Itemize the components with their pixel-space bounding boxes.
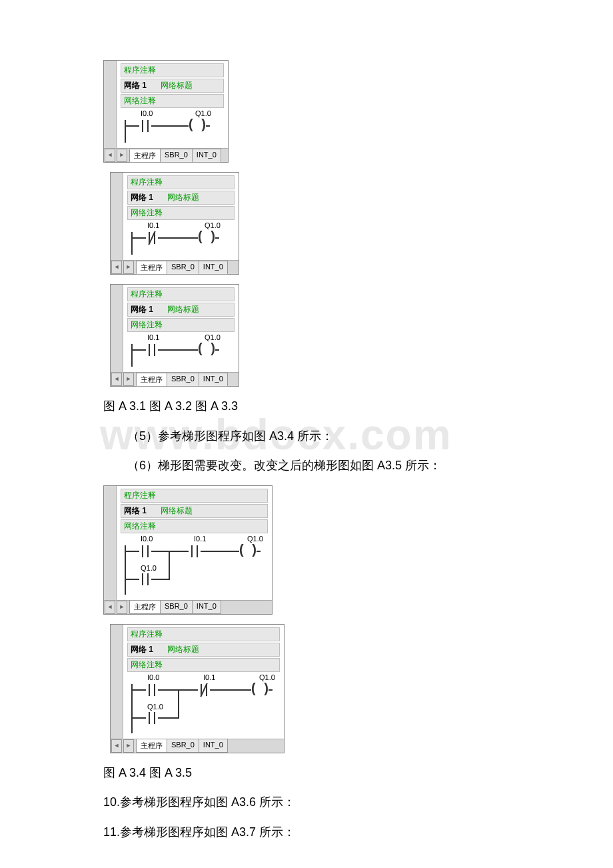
contact-address: I0.0	[141, 109, 153, 117]
tab-sbr[interactable]: SBR_0	[167, 373, 199, 387]
ladder-rung: I0.0 I0.1 Q1.0 Q1.0 ()	[121, 535, 268, 600]
network-comment: 网络注释	[127, 318, 235, 332]
tab-int[interactable]: INT_0	[199, 373, 228, 387]
text-line-10: 10.参考梯形图程序如图 A3.6 所示：	[103, 792, 520, 813]
tab-nav-right[interactable]: ►	[123, 739, 134, 753]
tab-sbr[interactable]: SBR_0	[167, 261, 199, 275]
tab-bar: ◄ ► 主程序 SBR_0 INT_0	[111, 739, 284, 753]
contact-address: I0.1	[147, 221, 159, 229]
tab-int[interactable]: INT_0	[192, 149, 221, 163]
ladder-rung: I0.0 I0.1 Q1.0 Q1.0 ()	[127, 673, 280, 739]
network-comment: 网络注释	[127, 206, 235, 220]
tab-int[interactable]: INT_0	[192, 600, 221, 614]
network-comment: 网络注释	[121, 94, 224, 108]
tab-nav-right[interactable]: ►	[117, 149, 127, 162]
tab-main[interactable]: 主程序	[136, 373, 167, 387]
tab-nav-left[interactable]: ◄	[111, 373, 122, 386]
hold-contact-address: Q1.0	[147, 703, 163, 711]
tab-nav-left[interactable]: ◄	[111, 261, 122, 274]
editor-gutter	[111, 285, 123, 372]
program-comment: 程序注释	[127, 175, 235, 189]
coil-address: Q1.0	[259, 673, 275, 681]
tab-main[interactable]: 主程序	[136, 739, 167, 753]
tab-nav-left[interactable]: ◄	[111, 739, 122, 753]
tab-main[interactable]: 主程序	[129, 600, 161, 614]
caption-a34-a35: 图 A 3.4 图 A 3.5	[103, 763, 520, 783]
network-label: 网络 1	[124, 506, 147, 515]
text-line-11: 11.参考梯形图程序如图 A3.7 所示：	[103, 822, 520, 843]
editor-gutter	[104, 61, 117, 148]
contact1-address: I0.0	[147, 673, 159, 681]
figure-a3-4: 程序注释 网络 1 网络标题 网络注释 I0.0 I0.1 Q1.0 Q1.0	[103, 485, 273, 615]
tab-nav-right[interactable]: ►	[123, 373, 134, 386]
contact1-address: I0.0	[141, 535, 153, 543]
network-label: 网络 1	[131, 193, 153, 202]
program-comment: 程序注释	[121, 63, 224, 77]
network-label: 网络 1	[124, 81, 147, 90]
figure-a3-1: 程序注释 网络 1 网络标题 网络注释 I0.0 Q1.0 ()	[103, 60, 229, 163]
program-comment: 程序注释	[121, 489, 268, 503]
tab-sbr[interactable]: SBR_0	[160, 149, 193, 163]
network-label: 网络 1	[131, 645, 153, 654]
tab-bar: ◄ ► 主程序 SBR_0 INT_0	[104, 148, 228, 162]
program-comment: 程序注释	[127, 627, 280, 641]
hold-contact-address: Q1.0	[141, 564, 157, 572]
tab-sbr[interactable]: SBR_0	[167, 739, 199, 753]
network-header: 网络 1 网络标题	[121, 79, 224, 93]
ladder-rung: I0.0 Q1.0 ()	[121, 109, 224, 148]
network-header: 网络 1 网络标题	[127, 191, 235, 205]
editor-gutter	[104, 486, 117, 600]
contact2-address: I0.1	[194, 535, 206, 543]
tab-nav-right[interactable]: ►	[117, 601, 127, 614]
tab-bar: ◄ ► 主程序 SBR_0 INT_0	[104, 600, 272, 614]
network-title: 网络标题	[161, 506, 193, 515]
contact2-address: I0.1	[203, 673, 215, 681]
tab-bar: ◄ ► 主程序 SBR_0 INT_0	[111, 372, 239, 386]
figure-a3-2: 程序注释 网络 1 网络标题 网络注释 I0.1 Q1.0	[110, 172, 239, 275]
network-header: 网络 1 网络标题	[127, 303, 235, 317]
tab-main[interactable]: 主程序	[136, 261, 167, 275]
network-comment: 网络注释	[121, 519, 268, 533]
network-header: 网络 1 网络标题	[121, 504, 268, 518]
tab-main[interactable]: 主程序	[129, 149, 161, 163]
figure-a3-5: 程序注释 网络 1 网络标题 网络注释 I0.0 I0.1 Q1.0 Q1.0	[110, 624, 285, 753]
figure-a3-3: 程序注释 网络 1 网络标题 网络注释 I0.1 Q1.0 ()	[110, 284, 239, 387]
network-title: 网络标题	[167, 645, 199, 654]
tab-int[interactable]: INT_0	[199, 261, 228, 275]
network-header: 网络 1 网络标题	[127, 643, 280, 657]
tab-int[interactable]: INT_0	[199, 739, 228, 753]
tab-nav-left[interactable]: ◄	[105, 601, 115, 614]
ladder-rung: I0.1 Q1.0 ()	[127, 221, 235, 260]
tab-sbr[interactable]: SBR_0	[160, 600, 193, 614]
text-line-6: （6）梯形图需要改变。改变之后的梯形图如图 A3.5 所示：	[103, 455, 520, 476]
network-title: 网络标题	[167, 193, 199, 202]
editor-gutter	[111, 625, 123, 739]
network-title: 网络标题	[167, 305, 199, 314]
program-comment: 程序注释	[127, 287, 235, 301]
editor-gutter	[111, 173, 123, 260]
text-line-5: （5）参考梯形图程序如图 A3.4 所示：	[103, 426, 520, 447]
network-title: 网络标题	[161, 81, 193, 90]
network-comment: 网络注释	[127, 658, 280, 672]
tab-nav-right[interactable]: ►	[123, 261, 134, 274]
caption-a31-a32-a33: 图 A 3.1 图 A 3.2 图 A 3.3	[103, 396, 520, 417]
ladder-rung: I0.1 Q1.0 ()	[127, 333, 235, 372]
coil-address: Q1.0	[247, 535, 263, 543]
tab-bar: ◄ ► 主程序 SBR_0 INT_0	[111, 260, 239, 274]
contact-address: I0.1	[147, 333, 159, 341]
tab-nav-left[interactable]: ◄	[105, 149, 115, 162]
network-label: 网络 1	[131, 305, 153, 314]
